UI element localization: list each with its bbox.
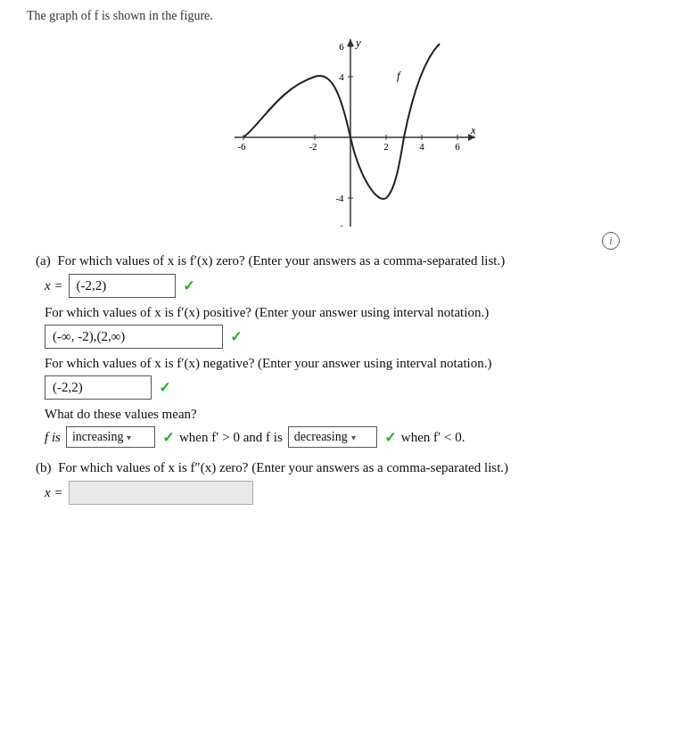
dropdown2-checkmark: ✓ [384, 429, 396, 446]
part-b-answer-input[interactable] [69, 481, 253, 505]
q3-answer-box: (-2,2) [45, 375, 152, 400]
dropdown2-arrow: ▾ [351, 433, 356, 442]
part-a-q1-label: (a) For which values of x is f′(x) zero?… [36, 253, 673, 268]
svg-text:y: y [354, 36, 361, 49]
q2-answer-row: (-∞, -2),(2,∞) ✓ [45, 325, 673, 349]
svg-text:6: 6 [339, 41, 344, 52]
svg-text:4: 4 [339, 71, 344, 82]
graph-area: -6 -2 2 4 6 6 [27, 30, 673, 227]
svg-text:x: x [470, 123, 475, 136]
dropdown-increasing[interactable]: increasing ▾ [66, 426, 155, 448]
dropdown-decreasing[interactable]: decreasing ▾ [288, 426, 377, 448]
part-b-q-text: For which values of x is f″(x) zero? (En… [58, 460, 508, 474]
info-icon[interactable]: i [602, 232, 620, 250]
page: The graph of f is shown in the figure. -… [0, 0, 700, 734]
svg-text:-4: -4 [335, 193, 344, 203]
q3-checkmark: ✓ [159, 379, 170, 396]
svg-text:6: 6 [455, 141, 460, 152]
part-b-answer-row: x = [45, 481, 673, 505]
part-a-section: (a) For which values of x is f′(x) zero?… [27, 253, 673, 448]
q1-answer-row: x = (-2,2) ✓ [45, 274, 673, 298]
info-icon-row: i [27, 232, 620, 250]
q2-checkmark: ✓ [230, 328, 242, 345]
when1-text: when f′ > 0 and f is [179, 430, 283, 445]
part-a-q2-label: For which values of x is f′(x) positive?… [36, 305, 673, 320]
svg-marker-3 [347, 39, 354, 46]
when2-text: when f′ < 0. [401, 430, 465, 445]
part-b-q-label: (b) For which values of x is f″(x) zero?… [36, 460, 673, 475]
svg-text:-6: -6 [237, 141, 246, 152]
part-a-q1-text: For which values of x is f′(x) zero? (En… [57, 253, 505, 268]
f-is-label: f is [45, 430, 61, 445]
dropdown1-arrow: ▾ [127, 433, 131, 442]
part-b-letter: (b) [36, 460, 52, 474]
part-b-section: (b) For which values of x is f″(x) zero?… [27, 460, 673, 505]
svg-text:2: 2 [383, 141, 389, 152]
svg-text:-6: -6 [335, 223, 344, 227]
dropdown1-checkmark: ✓ [162, 429, 174, 446]
svg-text:4: 4 [419, 141, 424, 152]
q1-checkmark: ✓ [183, 277, 194, 294]
graph-container: -6 -2 2 4 6 6 [226, 30, 475, 227]
top-text: The graph of f is shown in the figure. [27, 9, 673, 23]
q1-answer-box: (-2,2) [69, 274, 176, 298]
dropdown1-value: increasing [72, 430, 124, 444]
q1-eq-label: x = [45, 278, 63, 293]
f-is-row: f is increasing ▾ ✓ when f′ > 0 and f is… [45, 426, 673, 448]
part-a-q4-label: What do these values mean? [36, 407, 673, 422]
part-a-letter: (a) [36, 253, 51, 268]
svg-text:-2: -2 [309, 141, 317, 152]
part-a-q3-label: For which values of x is f′(x) negative?… [36, 356, 673, 371]
q3-answer-row: (-2,2) ✓ [45, 375, 673, 400]
part-b-eq-label: x = [45, 485, 63, 500]
svg-text:f: f [397, 69, 402, 82]
dropdown2-value: decreasing [294, 430, 348, 444]
q2-answer-box: (-∞, -2),(2,∞) [45, 325, 223, 349]
